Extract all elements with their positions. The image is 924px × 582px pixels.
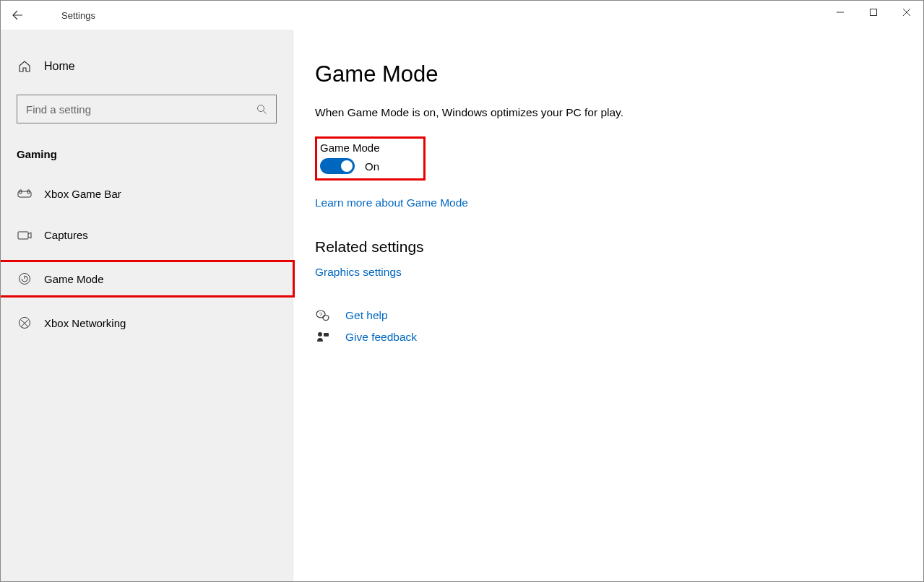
arrow-left-icon <box>12 9 23 21</box>
svg-point-2 <box>257 105 264 111</box>
page-title: Game Mode <box>315 61 923 87</box>
svg-rect-7 <box>18 232 28 239</box>
sidebar-item-label: Xbox Game Bar <box>44 188 121 200</box>
captures-icon <box>17 230 33 241</box>
sidebar-item-xbox-networking[interactable]: Xbox Networking <box>1 306 293 339</box>
close-icon <box>902 8 911 17</box>
minimize-icon <box>836 8 845 17</box>
toggle-state: On <box>365 160 379 173</box>
feedback-icon <box>315 331 331 344</box>
give-feedback-row[interactable]: Give feedback <box>315 331 923 344</box>
xbox-icon <box>17 316 33 329</box>
related-settings-header: Related settings <box>315 238 923 256</box>
search-input[interactable] <box>26 103 256 116</box>
give-feedback-link[interactable]: Give feedback <box>345 331 417 344</box>
main-content: Game Mode When Game Mode is on, Windows … <box>293 30 923 581</box>
sidebar-item-label: Xbox Networking <box>44 317 126 329</box>
toggle-label: Game Mode <box>317 142 380 154</box>
svg-rect-1 <box>871 9 877 16</box>
toggle-knob-icon <box>341 160 353 172</box>
window-controls <box>824 1 923 24</box>
get-help-row[interactable]: ? Get help <box>315 309 923 322</box>
titlebar: Settings <box>1 1 923 30</box>
svg-line-3 <box>263 110 266 113</box>
sidebar-item-game-mode[interactable]: Game Mode <box>0 260 295 297</box>
svg-rect-15 <box>324 333 329 336</box>
sidebar-item-xbox-game-bar[interactable]: Xbox Game Bar <box>1 178 293 210</box>
home-icon <box>17 60 33 73</box>
sidebar: Home Gaming Xbox Game Bar Captures <box>1 30 293 581</box>
page-description: When Game Mode is on, Windows optimizes … <box>315 106 923 119</box>
close-button[interactable] <box>890 1 923 24</box>
sidebar-item-label: Captures <box>44 229 88 241</box>
sidebar-item-captures[interactable]: Captures <box>1 219 293 251</box>
svg-point-13 <box>323 316 329 321</box>
sidebar-item-label: Game Mode <box>44 273 104 285</box>
game-mode-toggle[interactable] <box>320 158 355 174</box>
help-icon: ? <box>315 309 331 322</box>
graphics-settings-link[interactable]: Graphics settings <box>315 266 402 279</box>
back-button[interactable] <box>1 1 34 30</box>
game-mode-toggle-block: Game Mode On <box>315 136 426 181</box>
app-title: Settings <box>61 10 95 21</box>
search-icon <box>256 104 267 115</box>
maximize-button[interactable] <box>857 1 890 24</box>
get-help-link[interactable]: Get help <box>345 309 388 322</box>
home-label: Home <box>44 60 75 73</box>
svg-point-14 <box>318 332 322 336</box>
minimize-button[interactable] <box>824 1 857 24</box>
search-box[interactable] <box>17 95 277 123</box>
gamemode-icon <box>17 272 33 285</box>
gamebar-icon <box>17 189 33 199</box>
home-nav[interactable]: Home <box>1 51 293 82</box>
svg-rect-4 <box>18 191 31 197</box>
maximize-icon <box>869 8 878 17</box>
svg-text:?: ? <box>319 311 323 318</box>
learn-more-link[interactable]: Learn more about Game Mode <box>315 196 468 209</box>
section-header: Gaming <box>1 136 293 169</box>
